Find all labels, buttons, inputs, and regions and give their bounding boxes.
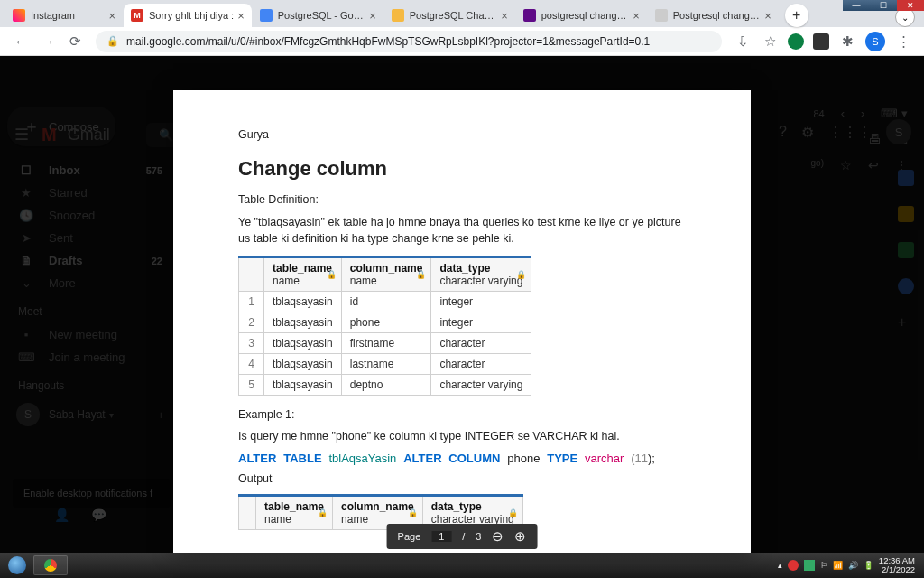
volume-icon[interactable]: 🔊 (848, 561, 858, 570)
back-button[interactable]: ← (13, 33, 29, 49)
lock-icon: 🔒 (516, 270, 526, 279)
addon-icon[interactable]: + (898, 314, 914, 331)
hangouts-heading: Hangouts (0, 368, 180, 397)
keep-icon[interactable] (898, 206, 914, 222)
clock[interactable]: 12:36 AM2/1/2022 (879, 556, 915, 575)
url-input[interactable]: 🔒 mail.google.com/mail/u/0/#inbox/FMfcgz… (96, 31, 722, 52)
favicon (523, 9, 536, 22)
description-text: Ye "tblaqsayasin" ek table ha jo hmne bn… (238, 215, 686, 247)
page-label: Page (398, 531, 421, 542)
help-icon[interactable]: ? (779, 124, 787, 140)
flag-icon[interactable]: ⚐ (820, 561, 827, 570)
author-text: Gurya (238, 128, 686, 141)
contact-icon[interactable]: 👤 (54, 508, 69, 522)
tray-icon[interactable] (788, 560, 799, 571)
doc-title: Change column (238, 157, 686, 181)
bookmark-icon[interactable]: ☆ (762, 33, 778, 50)
extensions-icon[interactable]: ✱ (839, 33, 855, 50)
sql-code: ALTER TABLE tblAqsaYasin ALTER COLUMN ph… (238, 452, 686, 465)
apps-icon[interactable]: ⋮⋮⋮ (828, 124, 872, 141)
example-label: Example 1: (238, 408, 686, 421)
reload-button[interactable]: ⟳ (67, 33, 83, 50)
user-avatar: S (16, 403, 40, 426)
battery-icon[interactable]: 🔋 (864, 561, 873, 570)
network-icon[interactable]: 📶 (833, 561, 843, 570)
sidebar-item[interactable]: ➤Sent (0, 227, 180, 249)
close-tab-icon[interactable]: × (108, 9, 116, 23)
chat-icon[interactable]: 💬 (91, 508, 106, 522)
tray-up-icon[interactable]: ▴ (778, 561, 782, 570)
forward-button[interactable]: → (40, 33, 56, 49)
install-icon[interactable]: ⇩ (735, 33, 751, 50)
address-bar: ← → ⟳ 🔒 mail.google.com/mail/u/0/#inbox/… (0, 27, 924, 56)
browser-tab[interactable]: PostgreSQL Change× (384, 4, 515, 27)
browser-tab[interactable]: MSorry ghlt bhj diya :× (124, 4, 252, 27)
chrome-taskbar-button[interactable] (33, 555, 68, 575)
new-tab-button[interactable]: + (785, 4, 808, 27)
sidebar-item[interactable]: ★Starred (0, 182, 180, 204)
meet-item[interactable]: ⌨Join a meeting (0, 346, 180, 368)
tasks-icon[interactable] (898, 242, 914, 258)
close-tab-icon[interactable]: × (633, 9, 640, 23)
section-label: Table Definition: (238, 193, 686, 206)
search-icon: 🔍 (159, 128, 173, 142)
favicon (13, 9, 25, 22)
favicon: M (131, 9, 143, 22)
document-viewer: Gurya Change column Table Definition: Ye… (173, 90, 751, 553)
menu-icon[interactable]: ⋮ (895, 33, 911, 50)
plus-icon[interactable]: + (157, 408, 164, 422)
sidebar-item[interactable]: ☐Inbox575 (0, 159, 180, 182)
contacts-icon[interactable] (898, 278, 914, 294)
hangouts-user[interactable]: S Saba Hayat ▾ + (0, 397, 180, 432)
settings-icon[interactable]: ⚙ (801, 124, 814, 141)
start-button[interactable] (4, 555, 31, 576)
close-tab-icon[interactable]: × (764, 9, 772, 23)
example-desc: Is query me hmne "phone" ke column ki ty… (238, 430, 686, 443)
favicon (260, 9, 273, 22)
gmail-m-icon: M (42, 125, 57, 145)
meet-heading: Meet (0, 294, 180, 323)
sidebar-item[interactable]: ⌄More (0, 272, 180, 294)
browser-tab-strip: Instagram×MSorry ghlt bhj diya :×Postgre… (0, 0, 924, 27)
notification-banner[interactable]: Enable desktop notifications f (13, 479, 171, 508)
extension-icon[interactable] (788, 33, 804, 50)
lock-icon: 🔒 (416, 270, 426, 279)
table-row: 2tblaqsayasinphoneinteger (239, 312, 531, 333)
gmail-logo-text: Gmail (68, 126, 110, 144)
zoom-in-icon[interactable]: ⊕ (514, 528, 526, 545)
gmail-side-panel: + (888, 157, 924, 527)
browser-tab[interactable]: Postgresql change c× (648, 4, 779, 27)
pdf-toolbar: Page / 3 ⊖ ⊕ (387, 524, 538, 549)
taskbar: ▴ ⚐ 📶 🔊 🔋 12:36 AM2/1/2022 (0, 553, 924, 578)
meet-item[interactable]: ▪New meeting (0, 323, 180, 346)
browser-tab[interactable]: Instagram× (5, 4, 123, 27)
system-tray: ▴ ⚐ 📶 🔊 🔋 12:36 AM2/1/2022 (778, 556, 920, 575)
star-icon[interactable]: ☆ (840, 158, 852, 172)
close-button[interactable]: ✕ (897, 0, 924, 11)
profile-avatar[interactable]: S (865, 32, 885, 51)
zoom-out-icon[interactable]: ⊖ (492, 528, 504, 545)
sidebar-item[interactable]: 🗎Drafts22 (0, 249, 180, 272)
favicon (392, 9, 404, 22)
lock-icon: 🔒 (106, 35, 119, 47)
sidebar-item[interactable]: 🕓Snoozed (0, 204, 180, 227)
menu-icon[interactable]: ☰ (14, 125, 29, 144)
account-avatar[interactable]: S (886, 119, 911, 144)
close-tab-icon[interactable]: × (237, 9, 245, 23)
browser-tab[interactable]: postgresql change c× (516, 4, 647, 27)
favicon (655, 9, 668, 22)
extension-icon[interactable] (813, 33, 829, 50)
page-input[interactable] (431, 531, 451, 542)
gmail-header-right: ? ⚙ ⋮⋮⋮ S (779, 119, 911, 144)
browser-tab[interactable]: PostgreSQL - Google× (253, 4, 383, 27)
minimize-button[interactable]: — (843, 0, 870, 11)
table-row: 4tblaqsayasinlastnamecharacter (239, 354, 531, 375)
tray-icon[interactable] (804, 560, 815, 571)
close-tab-icon[interactable]: × (501, 9, 508, 23)
calendar-icon[interactable] (898, 170, 914, 186)
table-row: 3tblaqsayasinfirstnamecharacter (239, 333, 531, 354)
url-text: mail.google.com/mail/u/0/#inbox/FMfcgzGm… (126, 35, 650, 48)
close-tab-icon[interactable]: × (369, 9, 376, 23)
reply-icon[interactable]: ↩ (868, 158, 879, 172)
maximize-button[interactable]: ☐ (870, 0, 897, 11)
